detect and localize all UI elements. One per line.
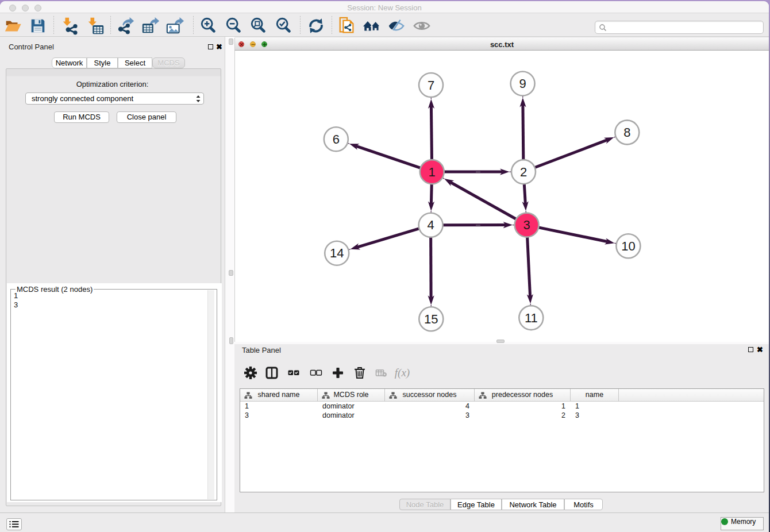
svg-text:14: 14 bbox=[330, 246, 344, 260]
svg-text:10: 10 bbox=[621, 239, 635, 253]
svg-text:4: 4 bbox=[427, 218, 434, 232]
svg-text:f(x): f(x) bbox=[395, 367, 410, 379]
svg-text:6: 6 bbox=[333, 132, 340, 147]
svg-text:2: 2 bbox=[520, 165, 527, 179]
svg-text:11: 11 bbox=[525, 311, 538, 325]
svg-text:15: 15 bbox=[424, 312, 438, 326]
svg-text:3: 3 bbox=[523, 218, 530, 232]
svg-text:1: 1 bbox=[429, 165, 436, 179]
svg-text:7: 7 bbox=[428, 78, 434, 92]
svg-text:9: 9 bbox=[519, 76, 526, 91]
svg-text:8: 8 bbox=[623, 125, 630, 140]
